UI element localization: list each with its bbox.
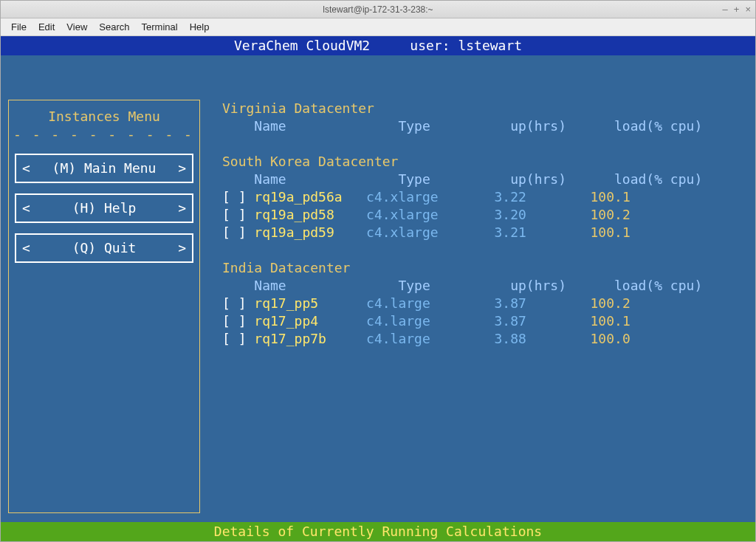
instances-menu-title: Instances Menu bbox=[13, 108, 195, 126]
row-checkbox[interactable]: [ ] bbox=[222, 313, 247, 329]
menubar: File Edit View Search Terminal Help bbox=[1, 18, 755, 36]
section-spacer bbox=[222, 241, 748, 259]
menu-view[interactable]: View bbox=[62, 20, 92, 34]
row-checkbox[interactable]: [ ] bbox=[222, 207, 247, 222]
instance-row[interactable]: [ ] rq17_pp4 c4.large 3.87 100.1 bbox=[222, 312, 748, 330]
instance-row[interactable]: [ ] rq17_pp7b c4.large 3.88 100.0 bbox=[222, 330, 748, 348]
instance-type: c4.xlarge bbox=[366, 189, 478, 205]
row-checkbox[interactable]: [ ] bbox=[222, 295, 247, 311]
row-checkbox[interactable]: [ ] bbox=[222, 331, 247, 346]
menu-search[interactable]: Search bbox=[94, 20, 134, 34]
row-checkbox[interactable]: [ ] bbox=[222, 224, 247, 240]
instance-uptime: 3.87 bbox=[478, 313, 526, 329]
instance-row[interactable]: [ ] rq19a_pd56a c4.xlarge 3.22 100.1 bbox=[222, 188, 748, 206]
chevron-right-icon: > bbox=[178, 159, 186, 177]
datacenter-content: Virginia Datacenter Name Type up(hrs) lo… bbox=[222, 100, 748, 348]
divider: - - - - - - - - - - - - - - bbox=[13, 126, 195, 143]
window-title: lstewart@ip-172-31-3-238:~ bbox=[323, 4, 433, 15]
instance-uptime: 3.20 bbox=[478, 207, 526, 222]
status-footer: Details of Currently Running Calculation… bbox=[1, 522, 755, 541]
window-titlebar: lstewart@ip-172-31-3-238:~ – + × bbox=[1, 1, 755, 18]
section-spacer bbox=[222, 135, 748, 153]
help-button[interactable]: < (H) Help > bbox=[15, 193, 193, 223]
chevron-right-icon: > bbox=[178, 199, 186, 217]
instance-type: c4.xlarge bbox=[366, 224, 478, 240]
instance-name: rq17_pp7b bbox=[254, 331, 366, 346]
instance-uptime: 3.21 bbox=[478, 224, 526, 240]
chevron-left-icon: < bbox=[22, 199, 30, 217]
quit-button[interactable]: < (Q) Quit > bbox=[15, 233, 193, 263]
instance-load: 100.1 bbox=[591, 189, 630, 205]
chevron-left-icon: < bbox=[22, 239, 30, 257]
menu-file[interactable]: File bbox=[7, 20, 31, 34]
main-menu-button[interactable]: < (M) Main Menu > bbox=[15, 154, 193, 183]
instance-uptime: 3.88 bbox=[478, 331, 526, 346]
window-controls: – + × bbox=[723, 4, 751, 15]
menu-key: (H) Help bbox=[72, 199, 137, 217]
terminal-body: Instances Menu - - - - - - - - - - - - -… bbox=[1, 55, 755, 522]
instance-load: 100.0 bbox=[591, 331, 630, 346]
instance-row[interactable]: [ ] rq19a_pd59 c4.xlarge 3.21 100.1 bbox=[222, 224, 748, 241]
menu-terminal[interactable]: Terminal bbox=[137, 20, 182, 34]
datacenter-title: India Datacenter bbox=[222, 259, 748, 277]
column-headers: Name Type up(hrs) load(% cpu) bbox=[222, 277, 748, 295]
instances-menu-panel: Instances Menu - - - - - - - - - - - - -… bbox=[8, 100, 200, 513]
maximize-icon[interactable]: + bbox=[734, 4, 740, 15]
instance-type: c4.large bbox=[366, 295, 478, 311]
instance-row[interactable]: [ ] rq19a_pd58 c4.xlarge 3.20 100.2 bbox=[222, 206, 748, 224]
instance-load: 100.1 bbox=[591, 313, 630, 329]
instance-row[interactable]: [ ] rq17_pp5 c4.large 3.87 100.2 bbox=[222, 295, 748, 312]
datacenter-title: Virginia Datacenter bbox=[222, 100, 748, 117]
menu-key: (M) Main Menu bbox=[52, 159, 157, 177]
column-headers: Name Type up(hrs) load(% cpu) bbox=[222, 171, 748, 188]
menu-edit[interactable]: Edit bbox=[34, 20, 59, 34]
chevron-right-icon: > bbox=[178, 239, 186, 257]
instance-load: 100.2 bbox=[591, 295, 630, 311]
terminal-area[interactable]: VeraChem CloudVM2 user: lstewart Instanc… bbox=[1, 36, 755, 541]
app-window: lstewart@ip-172-31-3-238:~ – + × File Ed… bbox=[0, 0, 756, 542]
column-headers: Name Type up(hrs) load(% cpu) bbox=[222, 117, 748, 135]
close-icon[interactable]: × bbox=[745, 4, 751, 15]
menu-key: (Q) Quit bbox=[72, 239, 137, 257]
instance-type: c4.large bbox=[366, 313, 478, 329]
instance-name: rq19a_pd56a bbox=[254, 189, 366, 205]
app-header: VeraChem CloudVM2 user: lstewart bbox=[1, 36, 755, 55]
instance-uptime: 3.87 bbox=[478, 295, 526, 311]
instance-type: c4.xlarge bbox=[366, 207, 478, 222]
instance-name: rq19a_pd58 bbox=[254, 207, 366, 222]
instance-type: c4.large bbox=[366, 331, 478, 346]
instance-name: rq17_pp5 bbox=[254, 295, 366, 311]
instance-load: 100.2 bbox=[591, 207, 630, 222]
row-checkbox[interactable]: [ ] bbox=[222, 189, 247, 205]
minimize-icon[interactable]: – bbox=[723, 4, 728, 15]
instance-name: rq17_pp4 bbox=[254, 313, 366, 329]
instance-name: rq19a_pd59 bbox=[254, 224, 366, 240]
instance-load: 100.1 bbox=[591, 224, 630, 240]
instance-uptime: 3.22 bbox=[478, 189, 526, 205]
datacenter-title: South Korea Datacenter bbox=[222, 153, 748, 171]
chevron-left-icon: < bbox=[22, 159, 30, 177]
menu-help[interactable]: Help bbox=[185, 20, 214, 34]
